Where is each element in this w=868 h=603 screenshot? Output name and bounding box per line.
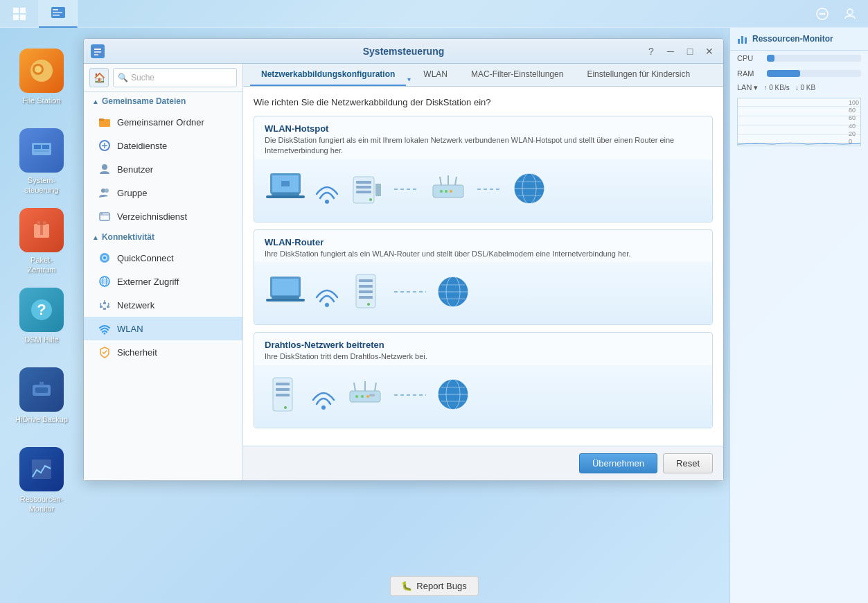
action-bar: Übernehmen Reset	[243, 446, 723, 480]
taskbar-file-station[interactable]	[39, 0, 78, 28]
tab-parental[interactable]: Einstellungen für Kindersich	[576, 64, 701, 86]
card-router[interactable]: WLAN-Router Ihre DiskStation fungiert al…	[254, 229, 713, 325]
sidebar-home-btn[interactable]: 🏠	[89, 68, 109, 87]
sidebar-section-shared[interactable]: ▲ Gemeinsame Dateien	[84, 92, 242, 110]
lan-row: LAN ▾ ↑ 0 KB/s ↓ 0 KB	[730, 81, 868, 94]
svg-rect-82	[266, 299, 305, 302]
sidebar-item-file-services[interactable]: Dateidienste	[84, 134, 242, 157]
router-dash-svg	[393, 285, 427, 299]
svg-rect-64	[433, 185, 463, 198]
svg-rect-29	[94, 49, 101, 50]
window-controls: ? ─ □ ✕	[643, 43, 718, 60]
svg-point-11	[824, 13, 826, 15]
svg-rect-33	[99, 119, 104, 121]
svg-point-9	[820, 13, 822, 15]
sidebar-item-directory[interactable]: Verzeichnisdienst	[84, 204, 242, 228]
sidebar-item-external[interactable]: Externer Zugriff	[84, 270, 242, 293]
card-router-title: WLAN-Router	[265, 237, 702, 247]
svg-point-83	[325, 303, 329, 307]
desktop-icon-file-station[interactable]: File Station	[10, 45, 73, 109]
window-restore-btn[interactable]: □	[682, 43, 698, 60]
tab-network-map-label: Netzwerkabbildungskonfiguration	[261, 69, 395, 79]
chart-label-60: 60	[849, 114, 859, 121]
download-speed: ↓ 0 KB	[795, 84, 815, 91]
main-content: Netzwerkabbildungskonfiguration ▾ WLAN M…	[243, 64, 723, 480]
desktop-icon-package[interactable]: Paket-Zentrum	[10, 204, 73, 279]
section-chevron-connectivity: ▲	[92, 234, 99, 241]
sidebar-section-connectivity[interactable]: ▲ Konnektivität	[84, 228, 242, 246]
svg-rect-46	[100, 306, 103, 308]
sidebar-item-shared-folder[interactable]: Gemeinsamer Ordner	[84, 110, 242, 134]
desktop-icon-system-control[interactable]: System- steuerung	[10, 125, 73, 199]
svg-rect-47	[107, 306, 109, 308]
hotspot-router-svg	[427, 170, 469, 208]
svg-rect-88	[359, 290, 373, 293]
user-icon-btn[interactable]	[839, 3, 861, 25]
desktop-icon-hidrive[interactable]: HiDrive Backup	[10, 364, 73, 428]
report-bugs-button[interactable]: 🐛 Report Bugs	[389, 576, 478, 596]
router-globe-svg	[434, 273, 472, 311]
chart-label-100: 100	[849, 99, 859, 106]
users-icon	[98, 162, 112, 176]
tab-mac-filter[interactable]: MAC-Filter-Einstellungen	[460, 64, 574, 86]
svg-rect-30	[94, 51, 101, 53]
svg-rect-26	[35, 387, 48, 393]
bug-icon: 🐛	[401, 581, 412, 591]
sidebar-item-users[interactable]: Benutzer	[84, 157, 242, 181]
svg-rect-6	[53, 12, 62, 13]
sidebar-item-quickconnect[interactable]: QuickConnect	[84, 246, 242, 270]
cpu-bar	[767, 55, 774, 62]
svg-point-111	[361, 395, 364, 398]
svg-rect-5	[53, 9, 58, 10]
sidebar-item-quickconnect-label: QuickConnect	[117, 253, 174, 263]
card-hotspot[interactable]: WLAN-Hotspot Die DiskStation fungiert al…	[254, 116, 713, 222]
tab-network-map[interactable]: Netzwerkabbildungskonfiguration	[250, 64, 406, 86]
svg-rect-122	[741, 36, 743, 44]
sidebar-item-security-label: Sicherheit	[117, 347, 157, 358]
tab-wlan[interactable]: WLAN	[412, 64, 459, 86]
desktop-icon-dsm[interactable]: ? DSM Hilfe	[10, 284, 73, 348]
hotspot-diskstation-svg	[348, 170, 386, 208]
card-wireless-illustration	[254, 365, 712, 428]
svg-rect-86	[359, 279, 373, 282]
resource-monitor-panel: Ressourcen-Monitor CPU RAM LAN ▾ ↑ 0 KB/…	[729, 28, 868, 603]
svg-rect-62	[375, 184, 381, 196]
svg-text:?: ?	[37, 301, 46, 318]
svg-rect-100	[276, 383, 290, 385]
resource-monitor-title: Ressourcen-Monitor	[752, 34, 833, 44]
sidebar-item-security[interactable]: Sicherheit	[84, 340, 242, 364]
sidebar: 🏠 🔍 Suche ▲ Gemeinsame Dateien Gemeinsam…	[84, 64, 243, 480]
window-logo-icon	[91, 44, 105, 58]
sidebar-item-users-label: Benutzer	[117, 164, 153, 175]
apply-button[interactable]: Übernehmen	[579, 453, 657, 473]
svg-rect-31	[94, 54, 98, 55]
window-help-btn[interactable]: ?	[643, 43, 659, 60]
svg-rect-27	[32, 460, 51, 479]
svg-point-35	[102, 164, 107, 170]
hotspot-dash1-svg	[393, 182, 420, 196]
svg-point-69	[440, 190, 443, 193]
svg-rect-2	[13, 15, 19, 20]
chat-icon-btn[interactable]	[811, 3, 833, 25]
taskbar-grid[interactable]	[0, 0, 39, 28]
window-close-btn[interactable]: ✕	[701, 43, 718, 60]
sidebar-search[interactable]: 🔍 Suche	[113, 68, 237, 87]
hotspot-globe-svg	[511, 170, 549, 208]
tab-parental-label: Einstellungen für Kindersich	[587, 69, 690, 79]
sidebar-item-group[interactable]: Gruppe	[84, 181, 242, 204]
card-wireless-title: Drahtlos-Netzwerk beitreten	[265, 340, 702, 350]
desktop-icon-resource[interactable]: Ressourcen-Monitor	[10, 444, 73, 518]
svg-rect-52	[272, 193, 299, 195]
chart-label-40: 40	[849, 123, 859, 130]
card-wireless-join[interactable]: Drahtlos-Netzwerk beitreten Ihre DiskSta…	[254, 332, 713, 428]
sidebar-item-wlan[interactable]: WLAN	[84, 317, 242, 340]
svg-rect-60	[356, 191, 371, 193]
desktop-icon-package-label: Paket-Zentrum	[28, 255, 56, 275]
sidebar-item-network[interactable]: Netzwerk	[84, 293, 242, 317]
reset-button[interactable]: Reset	[663, 453, 713, 473]
window-minimize-btn[interactable]: ─	[662, 43, 679, 60]
directory-icon	[98, 209, 112, 223]
tab-mac-filter-label: MAC-Filter-Einstellungen	[471, 69, 563, 79]
svg-rect-17	[34, 145, 41, 149]
bar-chart-icon	[737, 33, 748, 44]
